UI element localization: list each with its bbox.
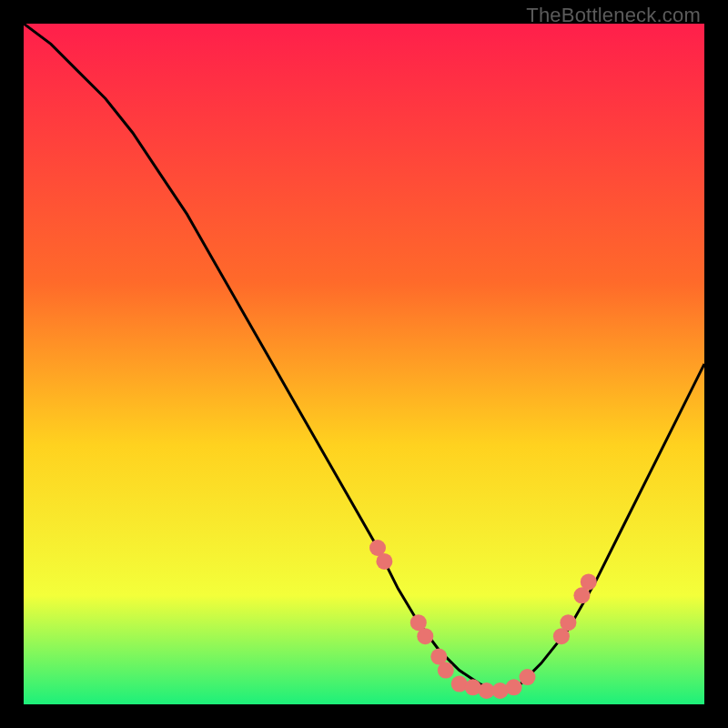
- data-dot: [506, 679, 522, 695]
- data-dot: [560, 614, 576, 631]
- data-dot: [520, 669, 536, 685]
- data-dot: [492, 682, 509, 699]
- plot-area: [24, 24, 704, 704]
- chart-frame: TheBottleneck.com: [0, 0, 728, 728]
- data-dot: [581, 573, 597, 590]
- data-dot: [417, 628, 433, 644]
- watermark-text: TheBottleneck.com: [526, 4, 701, 27]
- data-dot: [438, 662, 454, 679]
- chart-svg: [24, 24, 704, 704]
- data-dot: [376, 553, 392, 570]
- data-dot: [451, 676, 468, 693]
